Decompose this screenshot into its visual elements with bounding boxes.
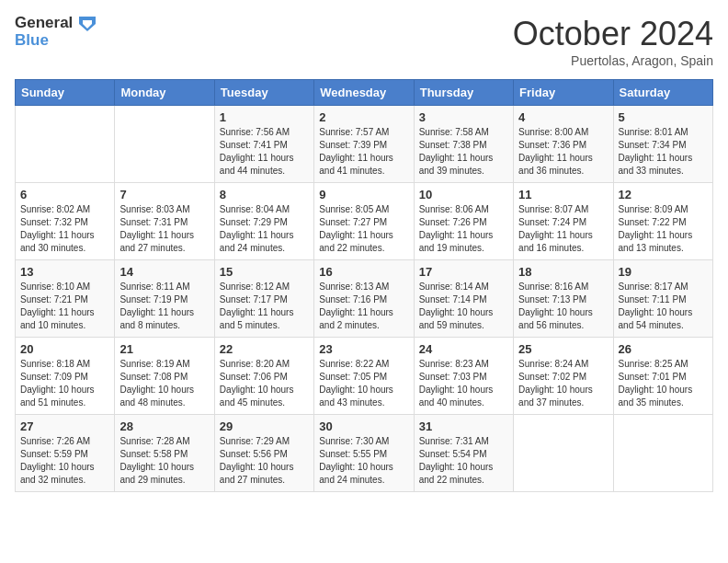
day-info: Sunrise: 7:31 AMSunset: 5:54 PMDaylight:… bbox=[419, 435, 508, 487]
day-info: Sunrise: 8:19 AMSunset: 7:08 PMDaylight:… bbox=[119, 358, 209, 409]
calendar-day: 10 Sunrise: 8:06 AMSunset: 7:26 PMDaylig… bbox=[414, 183, 513, 260]
day-info: Sunrise: 8:23 AMSunset: 7:03 PMDaylight:… bbox=[419, 358, 508, 409]
calendar-day: 4 Sunrise: 8:00 AMSunset: 7:36 PMDayligh… bbox=[514, 106, 613, 183]
calendar-day: 28 Sunrise: 7:28 AMSunset: 5:58 PMDaylig… bbox=[115, 415, 214, 492]
day-info: Sunrise: 8:01 AMSunset: 7:34 PMDaylight:… bbox=[619, 126, 708, 178]
day-info: Sunrise: 8:02 AMSunset: 7:32 PMDaylight:… bbox=[20, 203, 109, 255]
calendar-day: 6 Sunrise: 8:02 AMSunset: 7:32 PMDayligh… bbox=[16, 183, 115, 260]
logo-arrow-icon bbox=[79, 17, 96, 31]
day-number: 24 bbox=[419, 342, 508, 356]
calendar-day: 9 Sunrise: 8:05 AMSunset: 7:27 PMDayligh… bbox=[314, 183, 414, 260]
calendar-day: 21 Sunrise: 8:19 AMSunset: 7:08 PMDaylig… bbox=[115, 338, 214, 415]
day-info: Sunrise: 7:56 AMSunset: 7:41 PMDaylight:… bbox=[220, 126, 309, 178]
day-number: 2 bbox=[319, 110, 408, 124]
day-number: 22 bbox=[220, 342, 309, 356]
day-number: 10 bbox=[419, 188, 508, 201]
header-sunday: Sunday bbox=[16, 80, 115, 106]
month-title: October 2024 bbox=[513, 15, 713, 53]
calendar-week-4: 20 Sunrise: 8:18 AMSunset: 7:09 PMDaylig… bbox=[16, 338, 713, 415]
day-number: 11 bbox=[518, 188, 608, 201]
page-header: General Blue October 2024 Puertolas, Ara… bbox=[15, 15, 713, 68]
day-number: 20 bbox=[20, 342, 109, 356]
day-number: 26 bbox=[619, 342, 708, 356]
day-number: 12 bbox=[619, 188, 708, 201]
calendar-day: 14 Sunrise: 8:11 AMSunset: 7:19 PMDaylig… bbox=[115, 260, 214, 338]
calendar-day: 24 Sunrise: 8:23 AMSunset: 7:03 PMDaylig… bbox=[414, 338, 513, 415]
calendar-day: 18 Sunrise: 8:16 AMSunset: 7:13 PMDaylig… bbox=[514, 260, 613, 338]
day-info: Sunrise: 8:18 AMSunset: 7:09 PMDaylight:… bbox=[20, 358, 109, 409]
header-row: Sunday Monday Tuesday Wednesday Thursday… bbox=[16, 80, 713, 106]
day-info: Sunrise: 8:06 AMSunset: 7:26 PMDaylight:… bbox=[419, 203, 508, 255]
day-number: 17 bbox=[419, 265, 508, 279]
location-subtitle: Puertolas, Aragon, Spain bbox=[513, 53, 713, 68]
day-info: Sunrise: 7:58 AMSunset: 7:38 PMDaylight:… bbox=[419, 126, 508, 178]
day-number: 16 bbox=[319, 265, 408, 279]
day-info: Sunrise: 8:13 AMSunset: 7:16 PMDaylight:… bbox=[319, 281, 408, 332]
day-info: Sunrise: 8:03 AMSunset: 7:31 PMDaylight:… bbox=[119, 203, 209, 255]
day-number: 28 bbox=[119, 419, 209, 433]
header-monday: Monday bbox=[115, 80, 214, 106]
calendar-day: 25 Sunrise: 8:24 AMSunset: 7:02 PMDaylig… bbox=[514, 338, 613, 415]
calendar-day: 7 Sunrise: 8:03 AMSunset: 7:31 PMDayligh… bbox=[115, 183, 214, 260]
day-number: 7 bbox=[119, 188, 209, 201]
day-info: Sunrise: 8:04 AMSunset: 7:29 PMDaylight:… bbox=[220, 203, 309, 255]
day-info: Sunrise: 8:20 AMSunset: 7:06 PMDaylight:… bbox=[220, 358, 309, 409]
day-info: Sunrise: 8:12 AMSunset: 7:17 PMDaylight:… bbox=[220, 281, 309, 332]
calendar-week-2: 6 Sunrise: 8:02 AMSunset: 7:32 PMDayligh… bbox=[16, 183, 713, 260]
calendar-day: 11 Sunrise: 8:07 AMSunset: 7:24 PMDaylig… bbox=[514, 183, 613, 260]
day-info: Sunrise: 7:29 AMSunset: 5:56 PMDaylight:… bbox=[220, 435, 309, 487]
day-info: Sunrise: 8:17 AMSunset: 7:11 PMDaylight:… bbox=[619, 281, 708, 332]
day-number: 6 bbox=[20, 188, 109, 201]
calendar-day: 26 Sunrise: 8:25 AMSunset: 7:01 PMDaylig… bbox=[613, 338, 712, 415]
day-info: Sunrise: 8:16 AMSunset: 7:13 PMDaylight:… bbox=[518, 281, 608, 332]
day-number: 29 bbox=[220, 419, 309, 433]
calendar-day: 29 Sunrise: 7:29 AMSunset: 5:56 PMDaylig… bbox=[214, 415, 313, 492]
calendar-day: 1 Sunrise: 7:56 AMSunset: 7:41 PMDayligh… bbox=[214, 106, 313, 183]
calendar-day: 16 Sunrise: 8:13 AMSunset: 7:16 PMDaylig… bbox=[314, 260, 414, 338]
day-number: 31 bbox=[419, 419, 508, 433]
calendar-day: 23 Sunrise: 8:22 AMSunset: 7:05 PMDaylig… bbox=[314, 338, 414, 415]
header-thursday: Thursday bbox=[414, 80, 513, 106]
calendar-day: 3 Sunrise: 7:58 AMSunset: 7:38 PMDayligh… bbox=[414, 106, 513, 183]
day-number: 14 bbox=[119, 265, 209, 279]
day-number: 3 bbox=[419, 110, 508, 124]
day-number: 25 bbox=[518, 342, 608, 356]
calendar-day: 30 Sunrise: 7:30 AMSunset: 5:55 PMDaylig… bbox=[314, 415, 414, 492]
day-info: Sunrise: 8:25 AMSunset: 7:01 PMDaylight:… bbox=[619, 358, 708, 409]
calendar-day: 8 Sunrise: 8:04 AMSunset: 7:29 PMDayligh… bbox=[214, 183, 313, 260]
calendar-day bbox=[16, 106, 115, 183]
day-info: Sunrise: 8:09 AMSunset: 7:22 PMDaylight:… bbox=[619, 203, 708, 255]
day-number: 8 bbox=[220, 188, 309, 201]
calendar-day: 2 Sunrise: 7:57 AMSunset: 7:39 PMDayligh… bbox=[314, 106, 414, 183]
day-info: Sunrise: 8:10 AMSunset: 7:21 PMDaylight:… bbox=[20, 281, 109, 332]
day-info: Sunrise: 7:57 AMSunset: 7:39 PMDaylight:… bbox=[319, 126, 408, 178]
calendar-day: 22 Sunrise: 8:20 AMSunset: 7:06 PMDaylig… bbox=[214, 338, 313, 415]
calendar-day: 31 Sunrise: 7:31 AMSunset: 5:54 PMDaylig… bbox=[414, 415, 513, 492]
day-info: Sunrise: 8:24 AMSunset: 7:02 PMDaylight:… bbox=[518, 358, 608, 409]
calendar-week-3: 13 Sunrise: 8:10 AMSunset: 7:21 PMDaylig… bbox=[16, 260, 713, 338]
calendar-day: 20 Sunrise: 8:18 AMSunset: 7:09 PMDaylig… bbox=[16, 338, 115, 415]
calendar-day bbox=[514, 415, 613, 492]
day-info: Sunrise: 7:28 AMSunset: 5:58 PMDaylight:… bbox=[119, 435, 209, 487]
calendar-day bbox=[613, 415, 712, 492]
day-number: 4 bbox=[518, 110, 608, 124]
day-info: Sunrise: 8:11 AMSunset: 7:19 PMDaylight:… bbox=[119, 281, 209, 332]
day-number: 19 bbox=[619, 265, 708, 279]
day-number: 30 bbox=[319, 419, 408, 433]
logo-text: General Blue bbox=[15, 15, 96, 49]
day-info: Sunrise: 8:22 AMSunset: 7:05 PMDaylight:… bbox=[319, 358, 408, 409]
day-number: 13 bbox=[20, 265, 109, 279]
day-info: Sunrise: 7:26 AMSunset: 5:59 PMDaylight:… bbox=[20, 435, 109, 487]
calendar-day: 5 Sunrise: 8:01 AMSunset: 7:34 PMDayligh… bbox=[613, 106, 712, 183]
calendar-week-1: 1 Sunrise: 7:56 AMSunset: 7:41 PMDayligh… bbox=[16, 106, 713, 183]
calendar-day: 15 Sunrise: 8:12 AMSunset: 7:17 PMDaylig… bbox=[214, 260, 313, 338]
day-number: 23 bbox=[319, 342, 408, 356]
day-number: 5 bbox=[619, 110, 708, 124]
calendar-week-5: 27 Sunrise: 7:26 AMSunset: 5:59 PMDaylig… bbox=[16, 415, 713, 492]
day-number: 21 bbox=[119, 342, 209, 356]
day-number: 27 bbox=[20, 419, 109, 433]
day-info: Sunrise: 8:07 AMSunset: 7:24 PMDaylight:… bbox=[518, 203, 608, 255]
calendar-day: 17 Sunrise: 8:14 AMSunset: 7:14 PMDaylig… bbox=[414, 260, 513, 338]
calendar-day bbox=[115, 106, 214, 183]
day-number: 15 bbox=[220, 265, 309, 279]
